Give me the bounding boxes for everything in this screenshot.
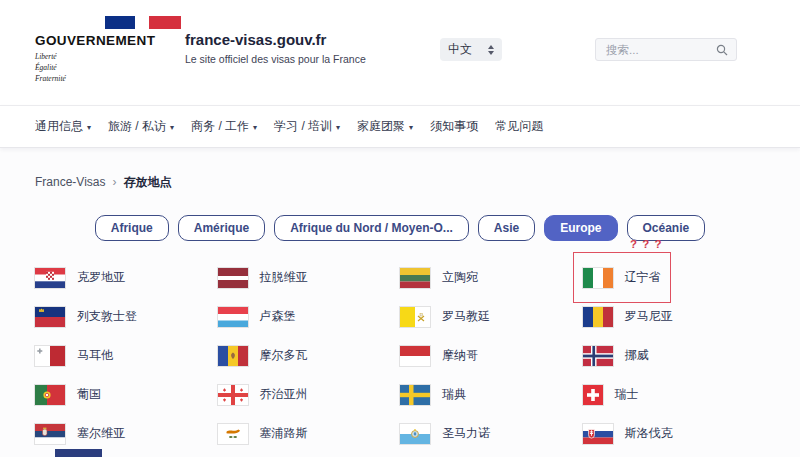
- flag-romania-icon: [583, 307, 613, 327]
- country-label: 葡国: [77, 386, 101, 403]
- flag-serbia-icon: [35, 424, 65, 444]
- country-item-norway[interactable]: 挪威: [583, 336, 649, 375]
- country-item-portugal[interactable]: 葡国: [35, 375, 101, 414]
- tab-europe[interactable]: Europe: [544, 215, 617, 241]
- nav-label: 通用信息: [35, 118, 83, 135]
- country-label: 圣马力诺: [442, 425, 490, 442]
- country-item-cyprus[interactable]: 塞浦路斯: [218, 414, 308, 453]
- country-item-monaco[interactable]: 摩纳哥: [400, 336, 478, 375]
- tab-afrique[interactable]: Afrique: [95, 215, 169, 241]
- country-item-slovakia[interactable]: 斯洛伐克: [583, 414, 673, 453]
- country-item-san-marino[interactable]: 圣马力诺: [400, 414, 490, 453]
- country-grid-wrap: ? ? ? 克罗地亚 拉脱维亚: [35, 258, 765, 453]
- flag-malta-icon: [35, 346, 65, 366]
- language-value: 中文: [448, 41, 472, 58]
- country-label: 卢森堡: [260, 308, 296, 325]
- country-label: 乔治亚州: [260, 386, 308, 403]
- country-item-switzerland[interactable]: 瑞士: [583, 375, 639, 414]
- tab-amerique[interactable]: Amérique: [178, 215, 265, 241]
- partial-next-row-flag: [55, 449, 102, 457]
- site-title: france-visas.gouv.fr: [185, 31, 366, 48]
- country-label: 摩尔多瓦: [260, 347, 308, 364]
- flag-slovakia-icon: [583, 424, 613, 444]
- nav-item-general-info[interactable]: 通用信息▾: [35, 118, 91, 135]
- country-item-ireland-highlighted[interactable]: 辽宁省: [573, 252, 671, 303]
- motto: Liberté Égalité Fraternité: [35, 52, 185, 85]
- nav-label: 旅游 / 私访: [108, 118, 166, 135]
- search-input[interactable]: [604, 43, 716, 57]
- country-item-holy-see[interactable]: 罗马教廷: [400, 297, 490, 336]
- country-label: 罗马尼亚: [625, 308, 673, 325]
- flag-portugal-icon: [35, 385, 65, 405]
- country-label: 瑞士: [615, 386, 639, 403]
- nav-label: 学习 / 培训: [274, 118, 332, 135]
- flag-norway-icon: [583, 346, 613, 366]
- country-item-moldova[interactable]: 摩尔多瓦: [218, 336, 308, 375]
- nav-label: 常见问题: [495, 118, 543, 135]
- country-item-serbia[interactable]: 塞尔维亚: [35, 414, 125, 453]
- country-item-lithuania[interactable]: 立陶宛: [400, 258, 478, 297]
- breadcrumb-home-link[interactable]: France-Visas: [35, 175, 105, 189]
- sort-arrows-icon: [488, 45, 494, 55]
- country-item-sweden[interactable]: 瑞典: [400, 375, 466, 414]
- country-grid: 克罗地亚 拉脱维亚 立陶宛 辽宁省: [35, 258, 765, 453]
- country-item-romania[interactable]: 罗马尼亚: [583, 297, 673, 336]
- chevron-down-icon: ▾: [409, 123, 413, 132]
- country-label: 列支敦士登: [77, 308, 137, 325]
- country-label: 瑞典: [442, 386, 466, 403]
- nav-item-faq[interactable]: 常见问题: [495, 118, 543, 135]
- chevron-down-icon: ▾: [336, 123, 340, 132]
- tab-asie[interactable]: Asie: [478, 215, 535, 241]
- country-item-croatia[interactable]: 克罗地亚: [35, 258, 125, 297]
- tab-afrique-du-nord[interactable]: Afrique du Nord / Moyen-O...: [274, 215, 469, 241]
- breadcrumb-separator: ›: [112, 175, 116, 189]
- country-label: 罗马教廷: [442, 308, 490, 325]
- flag-moldova-icon: [218, 346, 248, 366]
- nav-label: 须知事项: [430, 118, 478, 135]
- language-selector[interactable]: 中文: [440, 38, 502, 61]
- nav-item-business[interactable]: 商务 / 工作▾: [191, 118, 257, 135]
- country-label: 挪威: [625, 347, 649, 364]
- nav-item-family[interactable]: 家庭团聚▾: [357, 118, 413, 135]
- search-box[interactable]: [595, 38, 737, 61]
- country-item-luxembourg[interactable]: 卢森堡: [218, 297, 296, 336]
- french-flag-icon: [105, 16, 181, 29]
- country-label: 马耳他: [77, 347, 113, 364]
- breadcrumb: France-Visas›存放地点: [0, 174, 800, 191]
- flag-monaco-icon: [400, 346, 430, 366]
- country-label: 塞尔维亚: [77, 425, 125, 442]
- country-label: 立陶宛: [442, 269, 478, 286]
- breadcrumb-current: 存放地点: [123, 175, 171, 189]
- country-item-latvia[interactable]: 拉脱维亚: [218, 258, 308, 297]
- country-item-liechtenstein[interactable]: 列支敦士登: [35, 297, 137, 336]
- flag-cyprus-icon: [218, 424, 248, 444]
- country-label: 克罗地亚: [77, 269, 125, 286]
- nav-label: 家庭团聚: [357, 118, 405, 135]
- flag-latvia-icon: [218, 268, 248, 288]
- gouvernement-logo[interactable]: GOUVERNEMENT Liberté Égalité Fraternité: [35, 14, 185, 105]
- country-item-malta[interactable]: 马耳他: [35, 336, 113, 375]
- flag-switzerland-icon: [583, 385, 603, 405]
- site-subtitle: Le site officiel des visas pour la Franc…: [185, 53, 366, 65]
- chevron-down-icon: ▾: [253, 123, 257, 132]
- flag-san-marino-icon: [400, 424, 430, 444]
- nav-label: 商务 / 工作: [191, 118, 249, 135]
- country-item-georgia[interactable]: 乔治亚州: [218, 375, 308, 414]
- search-icon[interactable]: [716, 44, 728, 56]
- flag-lithuania-icon: [400, 268, 430, 288]
- chevron-down-icon: ▾: [170, 123, 174, 132]
- country-label: 斯洛伐克: [625, 425, 673, 442]
- main-content: France-Visas›存放地点 Afrique Amérique Afriq…: [0, 148, 800, 457]
- nav-item-tourism[interactable]: 旅游 / 私访▾: [108, 118, 174, 135]
- nav-item-notices[interactable]: 须知事项: [430, 118, 478, 135]
- chevron-down-icon: ▾: [87, 123, 91, 132]
- flag-liechtenstein-icon: [35, 307, 65, 327]
- nav-item-study[interactable]: 学习 / 培训▾: [274, 118, 340, 135]
- header: GOUVERNEMENT Liberté Égalité Fraternité …: [0, 0, 800, 105]
- brand-text: GOUVERNEMENT: [35, 33, 185, 48]
- motto-line: Liberté: [35, 52, 185, 63]
- motto-line: Égalité: [35, 63, 185, 74]
- flag-georgia-icon: [218, 385, 248, 405]
- site-title-block[interactable]: france-visas.gouv.fr Le site officiel de…: [185, 14, 366, 105]
- flag-holy-see-icon: [400, 307, 430, 327]
